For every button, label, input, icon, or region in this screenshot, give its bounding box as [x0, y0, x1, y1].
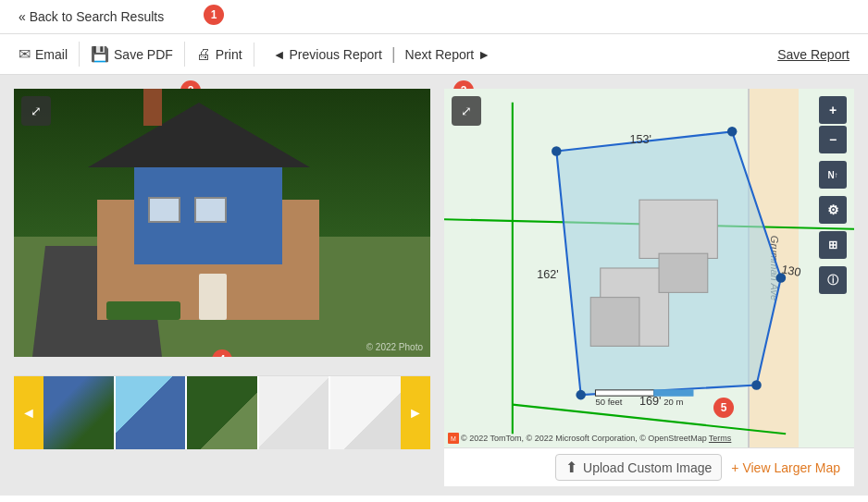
svg-rect-17 [595, 390, 653, 396]
email-icon: ✉ [19, 45, 31, 63]
chimney [143, 89, 162, 126]
badge-5: 5 [713, 398, 734, 418]
photo-expand-button[interactable]: ⤢ [21, 96, 51, 126]
map-expand-button[interactable]: ⤢ [452, 96, 481, 126]
layers-button[interactable]: ⊞ [819, 231, 847, 259]
svg-text:50 feet: 50 feet [595, 397, 622, 407]
svg-rect-14 [590, 298, 639, 347]
print-label: Print [216, 47, 242, 62]
upload-custom-image-button[interactable]: ⬆ Upload Custom Image [555, 454, 722, 481]
next-thumb-button[interactable]: ► [401, 376, 430, 449]
save-pdf-button[interactable]: 💾 Save PDF [80, 42, 185, 67]
prev-report-button[interactable]: ◄ Previous Report [264, 43, 391, 66]
toolbar: ✉ Email 💾 Save PDF 🖨 Print ◄ Previous Re… [0, 34, 868, 75]
parcel-svg: 153' 162' 130 169' 50 feet 20 m [444, 89, 854, 447]
settings-button[interactable]: ⚙ [819, 196, 847, 224]
info-button[interactable]: ⓘ [819, 266, 847, 294]
house-scene [14, 89, 430, 357]
terms-link[interactable]: Terms [709, 434, 732, 443]
map-container[interactable]: ⤢ Grumman Ave 153' [444, 89, 854, 447]
map-bottom-bar: ⬆ Upload Custom Image + View Larger Map [444, 447, 854, 486]
window-left [148, 197, 180, 223]
back-to-results-link[interactable]: « Back to Search Results [19, 9, 164, 24]
email-button[interactable]: ✉ Email [19, 42, 80, 67]
photo-watermark: © 2022 Photo [366, 342, 423, 352]
save-pdf-label: Save PDF [114, 47, 173, 62]
svg-text:162': 162' [537, 268, 559, 281]
photo-section: ⤢ [14, 89, 430, 486]
main-photo: ⤢ [14, 89, 430, 357]
badge-1: 1 [204, 5, 224, 25]
thumbnail-3[interactable] [187, 376, 259, 449]
thumbnail-1[interactable] [43, 376, 116, 449]
bing-logo: M [448, 433, 459, 444]
save-pdf-icon: 💾 [91, 45, 109, 63]
hedge [106, 301, 180, 320]
window-right [194, 197, 227, 223]
copyright-text: © 2022 TomTom, © 2022 Microsoft Corporat… [461, 434, 707, 443]
zoom-out-button[interactable]: − [819, 126, 847, 153]
north-icon: N [827, 170, 834, 180]
thumbnail-list [43, 376, 401, 449]
top-bar: « Back to Search Results 1 [0, 0, 868, 34]
next-report-button[interactable]: Next Report ► [396, 43, 501, 66]
svg-point-7 [751, 380, 762, 390]
report-navigation: ◄ Previous Report | Next Report ► [264, 43, 501, 66]
map-controls: + − N ↑ ⚙ ⊞ ⓘ [819, 96, 847, 294]
svg-line-1 [513, 405, 786, 435]
torn-edge-svg [0, 496, 868, 502]
roof-main [88, 103, 310, 167]
thumbnails: ◄ ► [14, 375, 430, 449]
svg-point-8 [576, 390, 586, 400]
map-section: ⤢ Grumman Ave 153' [444, 89, 854, 486]
door [199, 274, 227, 320]
upload-label: Upload Custom Image [583, 460, 712, 475]
next-arrow-icon: ► [477, 47, 490, 62]
next-report-label: Next Report [405, 47, 475, 62]
prev-report-label: Previous Report [289, 47, 381, 62]
svg-text:169': 169' [639, 395, 662, 408]
svg-text:153': 153' [629, 133, 651, 146]
svg-point-4 [552, 146, 562, 156]
prev-arrow-icon: ◄ [273, 47, 286, 62]
svg-text:20 m: 20 m [663, 397, 683, 407]
thumbnail-5[interactable] [330, 376, 401, 449]
email-label: Email [35, 47, 68, 62]
svg-point-5 [727, 127, 738, 137]
upload-icon: ⬆ [565, 459, 577, 476]
north-button[interactable]: N ↑ [819, 161, 847, 189]
svg-rect-18 [654, 390, 693, 396]
svg-rect-15 [639, 200, 717, 258]
save-report-button[interactable]: Save Report [777, 47, 849, 62]
view-larger-map-button[interactable]: + View Larger Map [731, 460, 840, 475]
compass-arrow: ↑ [835, 171, 838, 179]
zoom-in-button[interactable]: + [819, 96, 847, 124]
print-icon: 🖨 [196, 46, 211, 63]
prev-thumb-button[interactable]: ◄ [14, 376, 43, 449]
svg-rect-16 [659, 253, 708, 292]
print-button[interactable]: 🖨 Print [185, 43, 254, 67]
thumbnail-4[interactable] [259, 376, 331, 449]
main-content: ⤢ [0, 75, 868, 500]
thumbnail-2[interactable] [116, 376, 188, 449]
map-copyright: M © 2022 TomTom, © 2022 Microsoft Corpor… [448, 433, 731, 444]
save-report-label: Save Report [777, 47, 849, 62]
torn-bottom [0, 496, 868, 502]
